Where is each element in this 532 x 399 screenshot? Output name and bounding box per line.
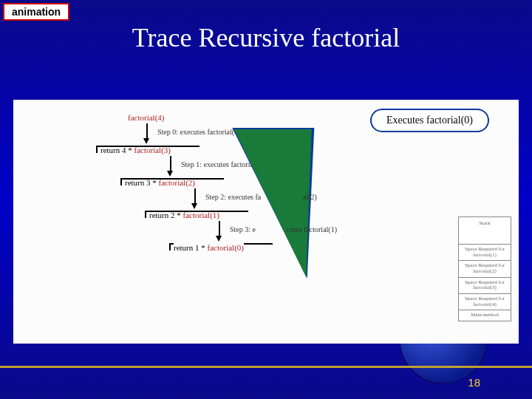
arrow-icon xyxy=(191,203,197,209)
stack-panel: Stack Space Required for factorial(1) Sp… xyxy=(458,216,511,321)
line xyxy=(146,123,148,140)
arrow-icon xyxy=(216,236,222,242)
stack-header: Stack xyxy=(459,217,511,229)
line xyxy=(96,146,98,153)
callout-pointer xyxy=(234,129,344,277)
callout-bubble: Executes factorial(0) xyxy=(370,109,489,132)
animation-badge: animation xyxy=(3,3,69,21)
call-factorial-0: factorial(0) xyxy=(208,243,244,252)
call-factorial-2: factorial(2) xyxy=(159,178,195,187)
return-1: return 1 * factorial(0) xyxy=(174,243,244,252)
line xyxy=(120,178,122,185)
stack-cell: Main method xyxy=(459,310,511,321)
step-3-label-b: cutes factorial(1) xyxy=(287,225,337,233)
return-3: return 3 * factorial(2) xyxy=(125,178,195,187)
slide-title: Trace Recursive factorial xyxy=(0,22,532,53)
step-2-label-b: al(2) xyxy=(303,193,317,201)
line xyxy=(169,243,171,250)
return-4: return 4 * factorial(3) xyxy=(100,146,171,154)
arrow-icon xyxy=(143,138,149,144)
return-text: return 3 * xyxy=(125,178,159,187)
call-factorial-3: factorial(3) xyxy=(134,146,171,154)
line xyxy=(194,188,196,205)
step-3-label-a: Step 3: e xyxy=(230,225,256,233)
return-2: return 2 * factorial(1) xyxy=(149,211,219,219)
call-factorial-4: factorial(4) xyxy=(128,113,164,122)
page-number: 18 xyxy=(468,376,480,389)
return-text: return 4 * xyxy=(100,146,134,154)
arrow-icon xyxy=(167,171,173,177)
return-text: return 2 * xyxy=(149,211,183,219)
diagram-area: Executes factorial(0) factorial(4) Step … xyxy=(13,100,519,344)
stack-cell: Space Required for factorial(3) xyxy=(459,277,511,293)
step-0-label: Step 0: executes factorial(4) xyxy=(157,128,240,136)
stack-cell: Space Required for factorial(2) xyxy=(459,260,511,276)
line xyxy=(145,211,146,218)
return-text: return 1 * xyxy=(174,243,208,252)
line xyxy=(219,221,220,237)
call-factorial-1: factorial(1) xyxy=(183,211,219,219)
stack-cell: Space Required for factorial(1) xyxy=(459,244,511,260)
line xyxy=(170,156,171,172)
stack-cell: Space Required for factorial(4) xyxy=(459,293,511,310)
footer-divider xyxy=(0,366,532,368)
